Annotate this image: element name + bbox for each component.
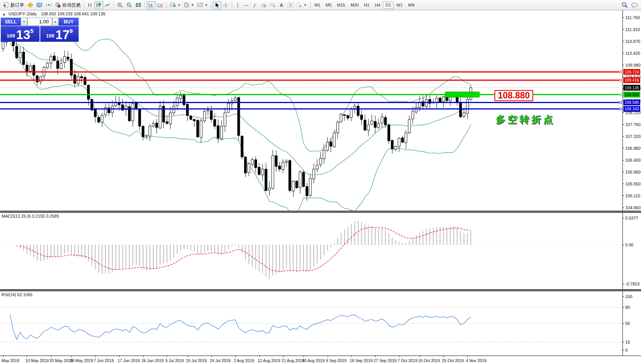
date-tick [167,356,167,357]
svg-text:100: 100 [625,294,632,299]
timeframe-h1-button[interactable]: H1 [361,2,372,9]
auto-trading-icon [55,2,61,8]
timeframe-m15-button[interactable]: M15 [334,2,348,9]
date-tick [259,356,260,357]
chart-shift-icon [157,2,163,8]
search-button[interactable] [620,1,629,9]
tile-windows-button[interactable] [134,1,143,9]
collapse-trade-panel-icon[interactable]: ▲ [2,12,6,16]
signals-button[interactable] [44,1,53,9]
rsi-chart[interactable]: 1008050150 [0,291,641,356]
svg-text:105.990: 105.990 [625,170,641,174]
fibonacci-tool-button[interactable]: F [268,1,277,9]
horizontal-line-icon: — [244,2,249,8]
arrows-tool-button[interactable]: ▼ [295,1,308,9]
date-tick [351,356,352,357]
date-axis[interactable]: May 201910 May 201920 May 201929 May 201… [0,356,641,364]
date-tick [143,356,143,357]
date-tick [3,356,3,357]
macd-histogram [17,221,471,279]
bar-chart-icon [87,2,93,8]
svg-text:108.585: 108.585 [625,100,639,105]
date-label: 2 Aug 2019 [234,358,254,363]
macd-chart[interactable]: 0.53770.00-0.7823 [0,213,641,289]
date-label: 24 Jul 2019 [210,358,231,363]
horizontal-line-tool-button[interactable]: — [242,1,250,9]
volume-increase-button[interactable]: ▲ [52,18,59,26]
cursor-tool-button[interactable] [213,1,221,9]
date-label: 27 Sep 2019 [374,358,397,363]
date-tick [467,356,468,357]
main-toolbar: 新订单 自动交易 [0,0,641,10]
svg-text:T: T [289,3,292,7]
svg-text:111.310: 111.310 [625,27,640,32]
line-chart-mode-button[interactable] [103,1,112,9]
chart-title: ▲ USDJPY-,Daily 108.692 109.233 108.641 … [2,11,105,16]
rsi-label: RSI(14) 62.1065 [2,292,33,297]
timeframe-mn-button[interactable]: MN [405,2,417,9]
market-watch-button[interactable] [26,1,35,9]
timeframe-m5-button[interactable]: M5 [323,2,334,9]
date-label: 15 Jul 2019 [186,358,207,363]
date-tick [283,356,283,357]
sell-price-big: 13 [16,30,30,40]
chat-button[interactable] [629,1,639,9]
auto-trading-button[interactable]: 自动交易 [53,1,82,9]
channel-tool-button[interactable]: E [259,1,268,9]
timeframe-d1-button[interactable]: D1 [383,2,394,9]
turning-point-annotation[interactable]: 多空转折点 [496,113,555,126]
zoom-out-button[interactable] [125,1,134,9]
price-level-callout[interactable]: 108.880 [494,90,533,101]
templates-button[interactable]: ▼ [196,1,209,9]
zoom-out-icon [126,2,132,8]
sell-price-display[interactable]: 109 13 5 [1,26,40,42]
terminal-icon [36,2,43,8]
svg-text:107.760: 107.760 [625,122,641,127]
svg-text:109.724: 109.724 [625,70,639,74]
gold-icon [27,2,33,8]
indicators-icon [170,2,176,8]
date-label: 7 Oct 2019 [397,358,417,363]
text-label-tool-button[interactable]: T [286,1,295,9]
text-icon: A [280,2,283,8]
timeframe-w1-button[interactable]: W1 [394,2,405,9]
zoom-in-button[interactable] [115,1,125,9]
candlestick-mode-button[interactable] [94,1,103,9]
svg-text:108.880: 108.880 [625,92,639,97]
timeframe-h4-button[interactable]: H4 [372,2,383,9]
clock-icon [184,2,189,8]
buy-price-big: 17 [56,30,70,40]
date-tick [188,356,188,357]
buy-price-display[interactable]: 109 17 9 [40,26,79,42]
crosshair-tool-button[interactable] [221,1,230,9]
periods-button[interactable]: ▼ [182,1,196,9]
date-label: 30 Aug 2019 [302,358,325,363]
candles [2,31,472,201]
date-label: 17 Jun 2019 [118,358,140,363]
trendline-icon: / [254,2,255,8]
auto-scroll-button[interactable] [147,1,156,9]
new-order-button[interactable]: 新订单 [2,1,26,9]
bar-chart-mode-button[interactable] [86,1,94,9]
timeframe-button-group: M1M5M15M30H1H4D1W1MN [312,2,417,9]
timeframe-m1-button[interactable]: M1 [312,2,323,9]
macd-panel: MACD(12,26,9) 0.2155 0.2585 0.53770.00-0… [0,213,641,289]
main-chart-panel: ▲ USDJPY-,Daily 108.692 109.233 108.641 … [0,10,641,211]
svg-text:109.416: 109.416 [625,78,639,82]
trendline-tool-button[interactable]: / [250,1,259,9]
chart-shift-button[interactable] [156,1,165,9]
timeframe-m30-button[interactable]: M30 [348,2,361,9]
text-tool-button[interactable]: A [277,1,286,9]
volume-decrease-button[interactable]: ▼ [21,18,27,26]
rsi-line [10,315,471,339]
candlestick-chart[interactable]: 111.750111.310110.870110.420109.980109.5… [0,10,641,211]
date-tick [420,356,420,357]
vertical-line-tool-button[interactable]: | [234,1,242,9]
svg-text:105.550: 105.550 [625,182,641,186]
terminal-button[interactable] [35,1,44,9]
sell-button[interactable]: SELL [1,18,21,26]
svg-text:E: E [264,5,266,8]
buy-button[interactable]: BUY [59,18,79,26]
volume-input[interactable]: 1.00 [27,18,52,26]
indicators-button[interactable]: ▼ [168,1,182,9]
